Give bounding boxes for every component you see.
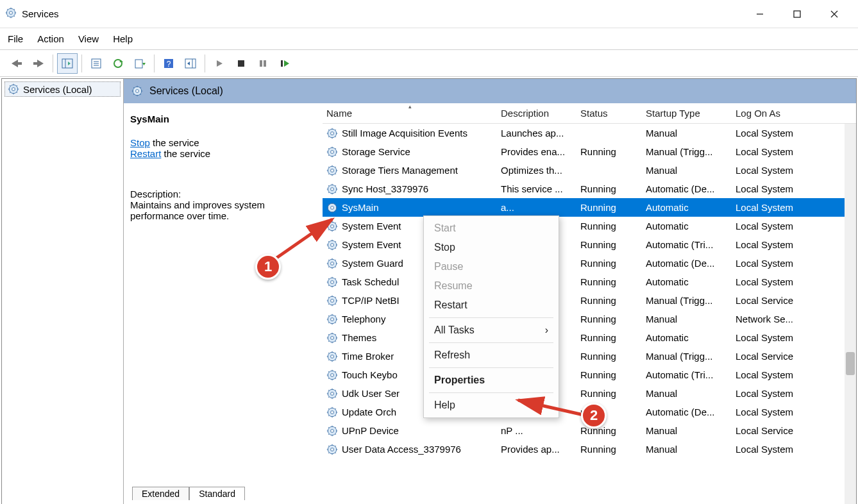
table-row[interactable]: Themesse...RunningAutomaticLocal System xyxy=(323,328,856,347)
menu-action[interactable]: Action xyxy=(37,33,64,44)
ctx-restart[interactable]: Restart xyxy=(424,296,559,315)
service-startup-cell: Manual xyxy=(642,314,732,324)
gear-icon xyxy=(8,83,19,95)
service-name-cell: Time Broker xyxy=(342,351,394,362)
table-row[interactable]: Touch Keyboes ...RunningAutomatic (Tri..… xyxy=(323,365,856,384)
ctx-stop[interactable]: Stop xyxy=(424,238,559,257)
refresh-button[interactable] xyxy=(108,53,128,74)
ctx-refresh[interactable]: Refresh xyxy=(424,346,559,365)
table-row[interactable]: Update OrchWi...nningAutomatic (De...Loc… xyxy=(323,403,856,421)
service-desc-cell: nP ... xyxy=(497,425,576,436)
tree-root-label: Services (Local) xyxy=(23,84,92,95)
table-row[interactable]: User Data Access_3379976Provides ap...Ru… xyxy=(323,440,856,458)
menu-file[interactable]: File xyxy=(8,33,23,44)
table-row[interactable]: Storage ServiceProvides ena...RunningMan… xyxy=(323,142,856,161)
svg-marker-20 xyxy=(68,62,71,65)
svg-marker-34 xyxy=(217,60,223,67)
service-name-cell: System Event xyxy=(342,221,401,231)
export-button[interactable] xyxy=(130,53,150,74)
ctx-start: Start xyxy=(424,219,559,238)
col-status[interactable]: Status xyxy=(576,108,642,119)
close-button[interactable] xyxy=(816,2,853,26)
table-row[interactable]: Time Brokeres ...RunningManual (Trigg...… xyxy=(323,347,856,365)
col-name[interactable]: ▴Name xyxy=(323,108,497,119)
service-status-cell: Running xyxy=(576,351,642,362)
start-service-button[interactable] xyxy=(209,53,230,74)
table-row[interactable]: Sync Host_3379976This service ...Running… xyxy=(323,180,856,198)
vertical-scrollbar[interactable] xyxy=(845,124,856,504)
menu-view[interactable]: View xyxy=(78,33,99,44)
service-status-cell: Running xyxy=(576,444,642,455)
service-status-cell: Running xyxy=(576,258,642,269)
table-row[interactable]: Task Schedulus...RunningAutomaticLocal S… xyxy=(323,273,856,291)
table-row[interactable]: Udk User Seroo...RunningManualLocal Syst… xyxy=(323,384,856,403)
service-logon-cell: Local System xyxy=(732,146,815,157)
service-desc-cell: a... xyxy=(497,202,576,213)
table-row[interactable]: Still Image Acquisition EventsLaunches a… xyxy=(323,124,856,142)
service-status-cell: Running xyxy=(576,146,642,157)
ctx-resume: Resume xyxy=(424,276,559,296)
service-logon-cell: Local System xyxy=(732,369,815,380)
ctx-help[interactable]: Help xyxy=(424,396,559,415)
selected-service-name: SysMain xyxy=(130,113,316,124)
service-logon-cell: Local Service xyxy=(732,425,815,436)
pause-service-button[interactable] xyxy=(253,53,273,74)
stop-service-button[interactable] xyxy=(231,53,251,74)
scrollbar-thumb[interactable] xyxy=(846,352,855,375)
stop-link[interactable]: Stop xyxy=(130,137,150,148)
col-description[interactable]: Description xyxy=(497,108,576,119)
context-menu: Start Stop Pause Resume Restart All Task… xyxy=(423,215,559,418)
restart-service-button[interactable] xyxy=(274,53,295,74)
minimize-button[interactable] xyxy=(741,2,778,26)
table-row[interactable]: UPnP DevicenP ...RunningManualLocal Serv… xyxy=(323,421,856,440)
tree-pane: Services (Local) xyxy=(2,79,124,504)
table-row[interactable]: SysMaina...RunningAutomaticLocal System xyxy=(323,198,856,217)
service-list: ▴Name Description Status Startup Type Lo… xyxy=(323,103,856,504)
gear-icon xyxy=(326,407,338,418)
toolbar: ? xyxy=(0,50,858,77)
svg-rect-36 xyxy=(260,60,262,67)
col-log-on-as[interactable]: Log On As xyxy=(732,108,815,119)
table-row[interactable]: System Guardan...RunningAutomatic (De...… xyxy=(323,254,856,273)
col-startup-type[interactable]: Startup Type xyxy=(642,108,732,119)
tree-root-services-local[interactable]: Services (Local) xyxy=(4,81,121,97)
gear-icon xyxy=(326,128,338,139)
svg-marker-14 xyxy=(12,60,18,67)
service-startup-cell: Manual (Trigg... xyxy=(642,146,732,157)
table-row[interactable]: Storage Tiers ManagementOptimizes th...M… xyxy=(323,161,856,180)
restart-link[interactable]: Restart xyxy=(130,148,161,159)
list-header: ▴Name Description Status Startup Type Lo… xyxy=(323,103,856,124)
show-hide-action-button[interactable] xyxy=(180,53,201,74)
service-logon-cell: Local System xyxy=(732,276,815,287)
ctx-all-tasks[interactable]: All Tasks› xyxy=(424,321,559,340)
svg-marker-16 xyxy=(37,60,44,67)
ctx-divider xyxy=(429,342,553,343)
show-hide-tree-button[interactable] xyxy=(57,53,78,74)
help-button[interactable]: ? xyxy=(158,53,179,74)
table-row[interactable]: System Eventsy...RunningAutomaticLocal S… xyxy=(323,217,856,235)
service-startup-cell: Manual (Trigg... xyxy=(642,351,732,362)
gear-icon xyxy=(326,221,338,232)
service-startup-cell: Manual xyxy=(642,425,732,436)
menu-help[interactable]: Help xyxy=(113,33,133,44)
service-startup-cell: Automatic (De... xyxy=(642,258,732,269)
table-row[interactable]: Telephonyel...RunningManualNetwork Se... xyxy=(323,310,856,328)
service-name-cell: Storage Tiers Management xyxy=(342,165,458,176)
app-icon xyxy=(5,7,17,21)
properties-button[interactable] xyxy=(86,53,106,74)
table-row[interactable]: System Eventes ...RunningAutomatic (Tri.… xyxy=(323,235,856,254)
service-startup-cell: Manual xyxy=(642,388,732,399)
tab-extended[interactable]: Extended xyxy=(132,487,189,500)
window-title: Services xyxy=(22,8,741,19)
ctx-pause: Pause xyxy=(424,257,559,276)
service-name-cell: User Data Access_3379976 xyxy=(342,444,461,455)
gear-icon xyxy=(131,85,143,97)
maximize-button[interactable] xyxy=(778,2,816,26)
table-row[interactable]: TCP/IP NetBIup...RunningManual (Trigg...… xyxy=(323,291,856,310)
tab-standard[interactable]: Standard xyxy=(189,487,245,500)
forward-button[interactable] xyxy=(28,53,49,74)
svg-text:?: ? xyxy=(167,60,171,69)
ctx-properties[interactable]: Properties xyxy=(424,371,559,390)
service-logon-cell: Local System xyxy=(732,332,815,343)
back-button[interactable] xyxy=(6,53,27,74)
